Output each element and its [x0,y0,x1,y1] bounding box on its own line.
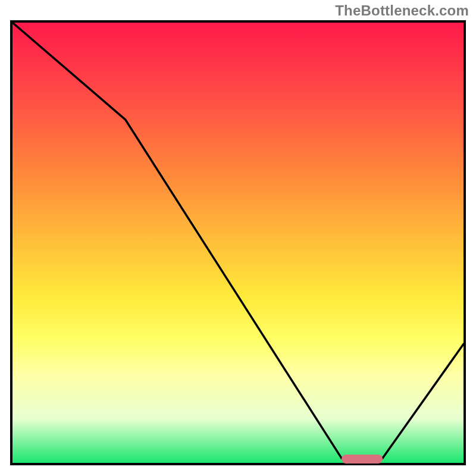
watermark-text: TheBottleneck.com [335,2,469,19]
optimal-range-marker [342,455,382,464]
chart-container: TheBottleneck.com [0,0,476,476]
chart-plot-area [12,23,464,463]
bottleneck-curve-line [12,23,464,459]
chart-frame [10,20,466,465]
